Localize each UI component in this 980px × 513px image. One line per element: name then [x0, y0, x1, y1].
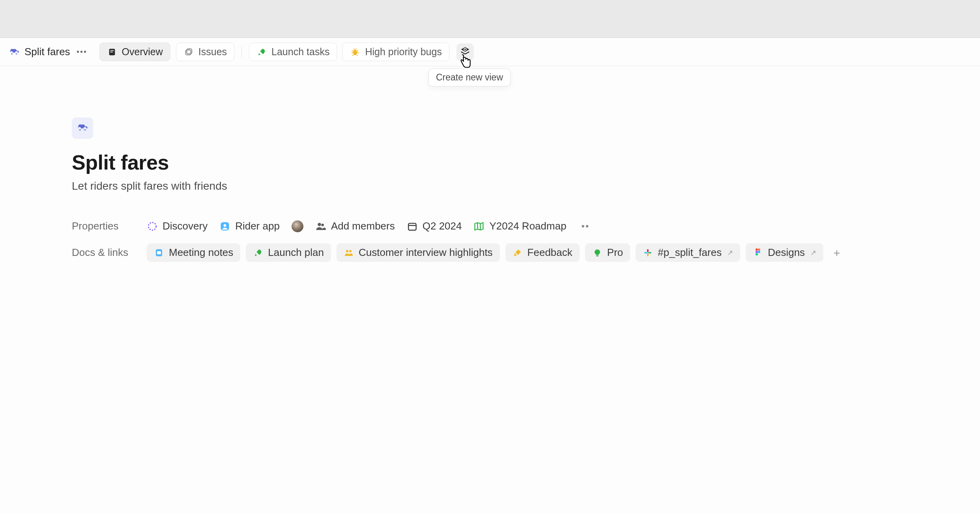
svg-point-24: [756, 251, 758, 253]
chip-label: Pro: [607, 246, 623, 259]
properties-overflow-button[interactable]: ••: [582, 221, 590, 232]
chip-label: Launch plan: [268, 246, 324, 259]
doc-icon: [154, 248, 164, 258]
row-label-docs: Docs & links: [72, 243, 135, 259]
doc-chip-slack-channel[interactable]: #p_split_fares ↗: [636, 243, 740, 262]
project-title: Split fares: [72, 151, 980, 174]
property-status[interactable]: Discovery: [147, 220, 208, 232]
car-icon: [77, 121, 88, 136]
svg-rect-17: [596, 255, 598, 256]
bulb-icon: [592, 248, 602, 258]
property-lead-avatar[interactable]: [292, 220, 303, 232]
chip-label: Meeting notes: [169, 246, 233, 259]
properties-row: Properties Discovery Rider app Add membe…: [72, 220, 980, 232]
external-link-icon: ↗: [810, 248, 816, 257]
chip-label: Feedback: [527, 246, 572, 259]
project-icon[interactable]: [72, 118, 93, 139]
svg-point-16: [349, 250, 352, 252]
property-value: Y2024 Roadmap: [489, 220, 566, 232]
breadcrumb-title: Split fares: [24, 46, 70, 58]
view-tabs: Overview Issues Launch tasks High priori…: [99, 43, 474, 61]
plus-icon: ＋: [831, 245, 842, 260]
tab-high-priority-bugs[interactable]: High priority bugs: [342, 43, 449, 61]
property-value: Add members: [331, 220, 395, 232]
external-link-icon: ↗: [727, 248, 733, 257]
docs-links-row: Docs & links Meeting notes Launch plan C…: [72, 243, 980, 262]
issues-icon: [183, 47, 194, 57]
tab-label: High priority bugs: [365, 46, 442, 58]
tab-label: Launch tasks: [271, 46, 329, 58]
property-value: Q2 2024: [423, 220, 462, 232]
doc-chip-meeting-notes[interactable]: Meeting notes: [147, 243, 240, 262]
doc-chip-product-truncated[interactable]: Pro: [585, 243, 630, 262]
car-icon: [9, 46, 20, 58]
people-icon: [344, 248, 354, 258]
breadcrumb[interactable]: Split fares: [9, 46, 70, 58]
members-icon: [315, 221, 326, 232]
svg-point-5: [353, 50, 357, 55]
tab-launch-tasks[interactable]: Launch tasks: [249, 43, 337, 61]
svg-rect-21: [648, 252, 651, 254]
row-label-properties: Properties: [72, 220, 135, 232]
document-icon: [107, 47, 117, 57]
property-value: Rider app: [235, 220, 280, 232]
svg-point-26: [756, 253, 758, 256]
property-value: Discovery: [163, 220, 208, 232]
create-view-tooltip: Create new view: [428, 69, 511, 86]
svg-point-22: [756, 248, 758, 251]
tab-issues[interactable]: Issues: [176, 43, 234, 61]
window-titlebar: [0, 0, 980, 38]
page-content: Split fares Let riders split fares with …: [0, 66, 980, 262]
map-icon: [473, 221, 484, 232]
chip-label: Customer interview highlights: [359, 246, 493, 259]
property-target-date[interactable]: Q2 2024: [407, 220, 462, 232]
tooltip-text: Create new view: [436, 72, 503, 82]
property-add-members[interactable]: Add members: [315, 220, 395, 232]
svg-rect-19: [644, 252, 647, 254]
doc-chip-feedback[interactable]: Feedback: [505, 243, 580, 262]
team-icon: [219, 221, 230, 232]
tab-label: Issues: [198, 46, 227, 58]
toolbar: Split fares ••• Overview Issues Launch t…: [0, 38, 980, 66]
add-link-button[interactable]: ＋: [829, 245, 845, 261]
svg-rect-14: [157, 251, 161, 254]
doc-chip-designs[interactable]: Designs ↗: [746, 243, 823, 262]
tab-overview[interactable]: Overview: [99, 43, 170, 61]
calendar-icon: [407, 221, 418, 232]
chip-label: #p_split_fares: [658, 246, 722, 259]
svg-point-10: [318, 223, 321, 226]
doc-chip-launch-plan[interactable]: Launch plan: [246, 243, 331, 262]
bug-icon: [350, 47, 360, 57]
svg-rect-12: [408, 223, 416, 230]
avatar: [292, 220, 303, 232]
add-layer-icon: [460, 46, 471, 58]
tab-label: Overview: [122, 46, 163, 58]
add-view-button[interactable]: [456, 43, 474, 61]
doc-chip-customer-interviews[interactable]: Customer interview highlights: [337, 243, 500, 262]
svg-point-23: [758, 248, 760, 251]
more-menu-button[interactable]: •••: [77, 47, 88, 58]
svg-rect-2: [110, 52, 112, 52]
rocket-icon: [253, 248, 263, 258]
svg-point-7: [148, 222, 156, 230]
svg-rect-18: [647, 249, 649, 252]
svg-rect-20: [647, 253, 649, 256]
rocket-icon: [256, 47, 267, 57]
brush-icon: [512, 248, 523, 258]
svg-point-9: [224, 224, 226, 227]
status-discovery-icon: [147, 221, 158, 232]
svg-point-25: [758, 251, 760, 253]
project-description: Let riders split fares with friends: [72, 180, 980, 192]
property-roadmap[interactable]: Y2024 Roadmap: [473, 220, 566, 232]
tab-divider: [241, 46, 242, 58]
docs-chips: Meeting notes Launch plan Customer inter…: [147, 243, 845, 262]
chip-label: Designs: [768, 246, 805, 259]
svg-rect-1: [110, 50, 114, 51]
property-team[interactable]: Rider app: [219, 220, 280, 232]
figma-icon: [753, 248, 763, 258]
svg-point-15: [346, 250, 348, 252]
slack-icon: [643, 248, 653, 258]
svg-point-11: [321, 224, 324, 226]
